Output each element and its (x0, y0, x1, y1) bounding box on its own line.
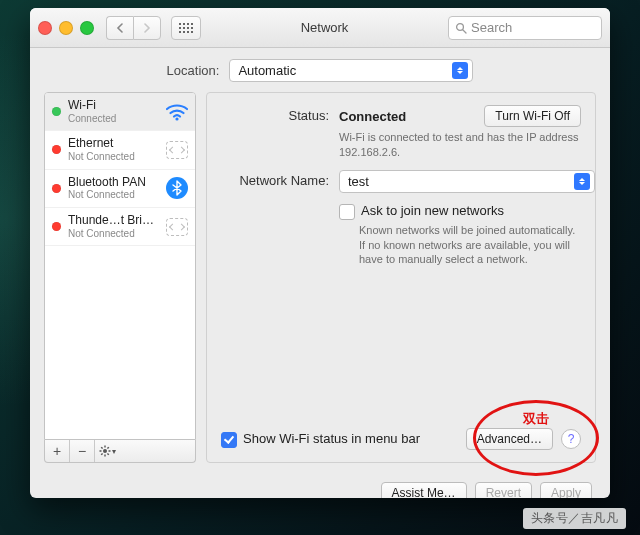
service-sidebar: Wi-Fi Connected Ethernet Not Connected (44, 92, 196, 463)
add-service-button[interactable]: + (45, 440, 70, 462)
nav-back-forward (106, 16, 161, 40)
traffic-lights (38, 21, 94, 35)
svg-line-9 (107, 453, 108, 454)
svg-point-2 (175, 117, 178, 120)
location-value: Automatic (238, 63, 296, 78)
wifi-icon (166, 101, 188, 123)
chevron-updown-icon (574, 173, 590, 190)
status-dot-icon (52, 222, 61, 231)
advanced-button[interactable]: Advanced… (466, 428, 553, 450)
close-icon[interactable] (38, 21, 52, 35)
ask-join-description: Known networks will be joined automatica… (359, 223, 581, 268)
search-placeholder: Search (471, 20, 512, 35)
remove-service-button[interactable]: − (70, 440, 95, 462)
service-name: Ethernet (68, 137, 159, 151)
service-item-thunderbolt-bridge[interactable]: Thunde…t Bridge Not Connected (45, 208, 195, 246)
service-status: Not Connected (68, 189, 159, 201)
window-title: Network (207, 20, 442, 35)
service-name: Thunde…t Bridge (68, 214, 159, 228)
service-item-bluetooth-pan[interactable]: Bluetooth PAN Not Connected (45, 170, 195, 208)
chevron-updown-icon (452, 62, 468, 79)
back-button[interactable] (106, 16, 133, 40)
ask-join-checkbox[interactable]: Ask to join new networks (339, 203, 581, 220)
service-name: Bluetooth PAN (68, 176, 159, 190)
ask-join-label: Ask to join new networks (361, 203, 504, 218)
svg-point-3 (103, 449, 107, 453)
help-button[interactable]: ? (561, 429, 581, 449)
window-toolbar: Network Search (30, 8, 610, 48)
service-list[interactable]: Wi-Fi Connected Ethernet Not Connected (44, 92, 196, 440)
checkbox-icon (221, 432, 237, 448)
ethernet-icon (166, 139, 188, 161)
svg-line-11 (101, 453, 102, 454)
sidebar-footer: + − ▾ (44, 440, 196, 463)
service-status: Connected (68, 113, 159, 125)
apply-button[interactable]: Apply (540, 482, 592, 498)
zoom-icon[interactable] (80, 21, 94, 35)
watermark: 头条号／吉凡凡 (523, 508, 627, 529)
ask-join-row: Ask to join new networks Known networks … (221, 203, 581, 268)
status-dot-icon (52, 145, 61, 154)
detail-panel: Status: Connected Turn Wi-Fi Off Wi-Fi i… (206, 92, 596, 463)
location-label: Location: (167, 63, 220, 78)
grid-icon (179, 23, 193, 33)
forward-button[interactable] (133, 16, 161, 40)
turn-wifi-off-button[interactable]: Turn Wi-Fi Off (484, 105, 581, 127)
svg-line-8 (101, 447, 102, 448)
chevron-down-icon: ▾ (112, 447, 116, 456)
status-label: Status: (221, 105, 329, 123)
service-item-wifi[interactable]: Wi-Fi Connected (45, 93, 195, 131)
status-value: Connected (339, 109, 406, 124)
svg-line-10 (107, 447, 108, 448)
svg-line-1 (463, 30, 466, 33)
status-dot-icon (52, 184, 61, 193)
show-status-label: Show Wi-Fi status in menu bar (243, 431, 420, 446)
service-name: Wi-Fi (68, 99, 159, 113)
revert-button[interactable]: Revert (475, 482, 532, 498)
search-icon (455, 22, 467, 34)
status-dot-icon (52, 107, 61, 116)
service-status: Not Connected (68, 151, 159, 163)
search-field[interactable]: Search (448, 16, 602, 40)
location-popup[interactable]: Automatic (229, 59, 473, 82)
system-preferences-window: Network Search Location: Automatic Wi-Fi… (30, 8, 610, 498)
show-all-button[interactable] (171, 16, 201, 40)
network-name-row: Network Name: test (221, 170, 581, 193)
service-item-ethernet[interactable]: Ethernet Not Connected (45, 131, 195, 169)
status-row: Status: Connected Turn Wi-Fi Off Wi-Fi i… (221, 105, 581, 160)
panel-bottom-row: Show Wi-Fi status in menu bar Advanced… … (221, 428, 581, 450)
status-description: Wi-Fi is connected to test and has the I… (339, 130, 581, 160)
service-status: Not Connected (68, 228, 159, 240)
network-name-popup[interactable]: test (339, 170, 595, 193)
pane-body: Wi-Fi Connected Ethernet Not Connected (30, 92, 610, 475)
svg-point-0 (457, 23, 464, 30)
location-row: Location: Automatic (30, 48, 610, 92)
checkbox-icon (339, 204, 355, 220)
show-status-checkbox[interactable]: Show Wi-Fi status in menu bar (221, 431, 420, 448)
minimize-icon[interactable] (59, 21, 73, 35)
assist-me-button[interactable]: Assist Me… (381, 482, 467, 498)
gear-icon (99, 445, 111, 457)
network-name-label: Network Name: (221, 170, 329, 188)
bluetooth-icon (166, 177, 188, 199)
actions-menu-button[interactable]: ▾ (95, 440, 119, 462)
network-name-value: test (348, 174, 369, 189)
thunderbolt-icon (166, 216, 188, 238)
window-footer: Assist Me… Revert Apply (30, 475, 610, 498)
